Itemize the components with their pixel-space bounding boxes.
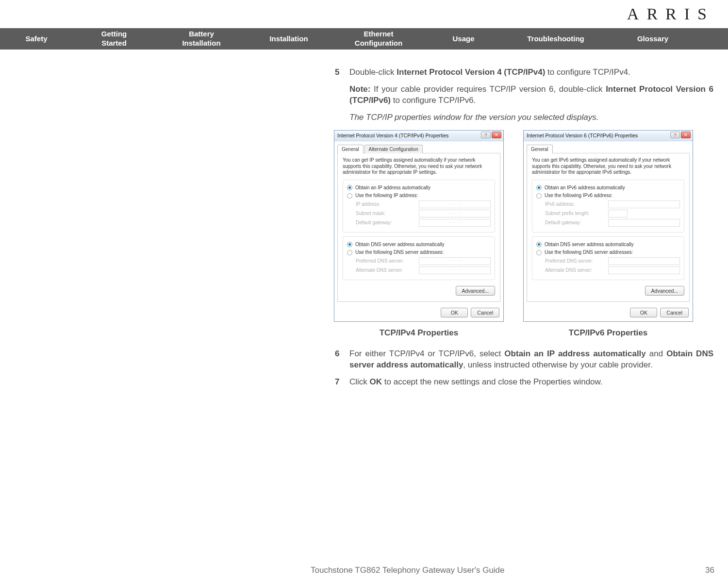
note-label: Note: [349,84,370,94]
nav-usage[interactable]: Usage [427,34,500,44]
step-6-number: 6 [335,349,349,371]
ipv6-description: You can get IPv6 settings assigned autom… [532,157,684,176]
radio-use-following-ipv6[interactable]: Use the following IPv6 address: [536,192,680,199]
subnet-mask-input[interactable] [419,210,491,217]
step-5-post: to configure TCP/IPv4. [545,67,630,77]
field-label: IPv6 address: [545,201,608,208]
top-nav: Safety Getting Started Battery Installat… [0,28,728,50]
ipv4-dns-group: Obtain DNS server address automatically … [343,236,495,280]
radio-icon [347,193,352,199]
step-5-number: 5 [335,67,349,78]
step-7-number: 7 [335,377,349,388]
field-preferred-dns: Preferred DNS server: [545,257,680,265]
field-label: Subnet mask: [356,210,419,217]
cancel-button[interactable]: Cancel [471,308,499,317]
help-button[interactable]: ? [481,132,491,138]
ipv4-properties-dialog: Internet Protocol Version 4 (TCP/IPv4) P… [334,130,504,322]
radio-use-following-ip[interactable]: Use the following IP address: [347,192,491,199]
radio-obtain-dns-auto[interactable]: Obtain DNS server address automatically [347,241,491,248]
field-subnet-mask: Subnet mask: [356,210,491,217]
ipv6-titlebar: Internet Protocol Version 6 (TCP/IPv6) P… [524,131,693,141]
ip-address-input[interactable] [419,200,491,208]
nav-troubleshooting[interactable]: Troubleshooting [500,34,612,44]
field-ipv6-address: IPv6 address: [545,200,680,208]
radio-icon [347,242,352,247]
field-label: Preferred DNS server: [545,258,608,265]
field-subnet-prefix-length: Subnet prefix length: [545,210,680,217]
field-default-gateway: Default gateway: [356,219,491,227]
radio-obtain-ip-auto[interactable]: Obtain an IP address automatically [347,184,491,191]
tab-general[interactable]: General [337,145,364,154]
subnet-prefix-length-input[interactable] [608,210,628,217]
nav-safety[interactable]: Safety [0,34,73,44]
radio-label: Use the following IP address: [355,192,418,199]
preferred-dns-input[interactable] [419,257,491,265]
step-6-pre: For either TCP/IPv4 or TCP/IPv6, select [349,349,504,358]
alternate-dns-input[interactable] [419,266,491,274]
field-preferred-dns: Preferred DNS server: [356,257,491,265]
radio-obtain-dns-auto[interactable]: Obtain DNS server address automatically [536,241,680,248]
tab-general[interactable]: General [527,145,553,154]
ipv4-button-row: OK Cancel [334,305,503,321]
step-6-body: For either TCP/IPv4 or TCP/IPv6, select … [349,349,713,371]
page-content: 5 Double-click Internet Protocol Version… [335,67,713,394]
footer-title: Touchstone TG862 Telephony Gateway User'… [311,565,505,575]
ok-button[interactable]: OK [441,308,468,317]
nav-getting-started[interactable]: Getting Started [73,30,155,48]
nav-glossary[interactable]: Glossary [612,34,694,44]
ipv4-title: Internet Protocol Version 4 (TCP/IPv4) P… [337,132,448,139]
nav-battery-installation[interactable]: Battery Installation [155,30,248,48]
note-text-2: to configure TCP/IPv6. [391,96,476,105]
ipv6-address-input[interactable] [608,200,680,208]
caption-ipv6: TCP/IPv6 Properties [523,328,693,339]
ipv4-titlebar: Internet Protocol Version 4 (TCP/IPv4) P… [334,131,503,141]
field-label: IP address: [356,201,419,208]
advanced-button[interactable]: Advanced... [645,286,684,296]
note-text-1: If your cable provider requires TCP/IP v… [370,84,606,94]
radio-label: Obtain an IP address automatically [355,184,430,191]
radio-use-following-dns[interactable]: Use the following DNS server addresses: [536,249,680,256]
ipv4-ip-group: Obtain an IP address automatically Use t… [343,180,495,233]
step-5: 5 Double-click Internet Protocol Version… [335,67,713,78]
ipv6-panel: You can get IPv6 settings assigned autom… [527,153,690,302]
ipv6-properties-dialog: Internet Protocol Version 6 (TCP/IPv6) P… [523,130,693,322]
field-label: Alternate DNS server: [356,267,419,274]
default-gateway-input[interactable] [419,219,491,227]
nav-ethernet-configuration[interactable]: Ethernet Configuration [330,30,427,48]
preferred-dns-input[interactable] [608,257,680,265]
step-5-pre: Double-click [349,67,397,77]
field-alternate-dns: Alternate DNS server: [356,266,491,274]
radio-use-following-dns[interactable]: Use the following DNS server addresses: [347,249,491,256]
brand-logo: ARRIS [627,5,714,23]
radio-label: Obtain DNS server address automatically [545,241,633,248]
help-button[interactable]: ? [670,132,680,138]
nav-getting-started-l1: Getting [101,30,127,38]
ok-button[interactable]: OK [630,308,657,317]
radio-icon [347,250,352,255]
advanced-button[interactable]: Advanced... [456,286,495,296]
default-gateway-input[interactable] [608,219,680,227]
alternate-dns-input[interactable] [608,266,680,274]
step-6-b1: Obtain an IP address automatically [504,349,645,358]
ipv4-description: You can get IP settings assigned automat… [343,157,495,176]
radio-icon [536,250,542,255]
ipv4-panel: You can get IP settings assigned automat… [337,153,500,302]
field-alternate-dns: Alternate DNS server: [545,266,680,274]
radio-label: Use the following IPv6 address: [545,192,612,199]
step-5-bold: Internet Protocol Version 4 (TCP/IPv4) [397,67,545,77]
step-6: 6 For either TCP/IPv4 or TCP/IPv6, selec… [335,349,713,371]
close-button[interactable]: ✕ [681,132,691,138]
radio-obtain-ipv6-auto[interactable]: Obtain an IPv6 address automatically [536,184,680,191]
nav-battery-l1: Battery [189,30,214,38]
dialogs-row: Internet Protocol Version 4 (TCP/IPv4) P… [334,130,713,322]
close-button[interactable]: ✕ [492,132,501,138]
nav-installation[interactable]: Installation [248,34,330,44]
tab-alternate-configuration[interactable]: Alternate Configuration [364,145,423,154]
step-5-body: Double-click Internet Protocol Version 4… [349,67,713,78]
cancel-button[interactable]: Cancel [660,308,689,317]
page-number: 36 [705,565,714,575]
radio-icon [536,185,542,190]
step-7: 7 Click OK to accept the new settings an… [335,377,713,388]
nav-battery-l2: Installation [182,39,220,47]
radio-label: Use the following DNS server addresses: [355,249,444,256]
